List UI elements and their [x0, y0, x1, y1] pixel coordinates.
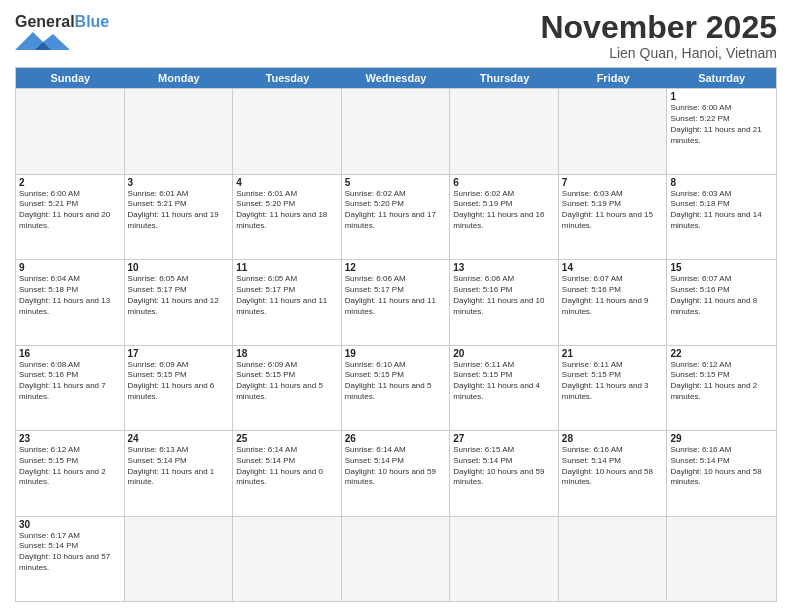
- day-cell-22: 22Sunrise: 6:12 AM Sunset: 5:15 PM Dayli…: [667, 346, 776, 430]
- day-number: 4: [236, 177, 338, 188]
- day-number: 29: [670, 433, 773, 444]
- day-cell-16: 16Sunrise: 6:08 AM Sunset: 5:16 PM Dayli…: [16, 346, 125, 430]
- day-number: 23: [19, 433, 121, 444]
- location: Lien Quan, Hanoi, Vietnam: [540, 45, 777, 61]
- title-block: November 2025 Lien Quan, Hanoi, Vietnam: [540, 10, 777, 61]
- empty-cell: [233, 517, 342, 601]
- day-info: Sunrise: 6:00 AM Sunset: 5:21 PM Dayligh…: [19, 189, 121, 232]
- day-number: 16: [19, 348, 121, 359]
- week-row-3: 9Sunrise: 6:04 AM Sunset: 5:18 PM Daylig…: [16, 259, 776, 344]
- day-cell-25: 25Sunrise: 6:14 AM Sunset: 5:14 PM Dayli…: [233, 431, 342, 515]
- day-number: 24: [128, 433, 230, 444]
- week-row-5: 23Sunrise: 6:12 AM Sunset: 5:15 PM Dayli…: [16, 430, 776, 515]
- day-info: Sunrise: 6:00 AM Sunset: 5:22 PM Dayligh…: [670, 103, 773, 146]
- day-cell-24: 24Sunrise: 6:13 AM Sunset: 5:14 PM Dayli…: [125, 431, 234, 515]
- day-info: Sunrise: 6:05 AM Sunset: 5:17 PM Dayligh…: [236, 274, 338, 317]
- empty-cell: [342, 89, 451, 173]
- day-info: Sunrise: 6:11 AM Sunset: 5:15 PM Dayligh…: [562, 360, 664, 403]
- empty-cell: [559, 89, 668, 173]
- day-number: 22: [670, 348, 773, 359]
- day-cell-18: 18Sunrise: 6:09 AM Sunset: 5:15 PM Dayli…: [233, 346, 342, 430]
- day-info: Sunrise: 6:01 AM Sunset: 5:21 PM Dayligh…: [128, 189, 230, 232]
- weekday-monday: Monday: [125, 68, 234, 88]
- day-number: 20: [453, 348, 555, 359]
- day-cell-21: 21Sunrise: 6:11 AM Sunset: 5:15 PM Dayli…: [559, 346, 668, 430]
- day-number: 13: [453, 262, 555, 273]
- day-cell-26: 26Sunrise: 6:14 AM Sunset: 5:14 PM Dayli…: [342, 431, 451, 515]
- empty-cell: [450, 517, 559, 601]
- weekday-thursday: Thursday: [450, 68, 559, 88]
- day-info: Sunrise: 6:10 AM Sunset: 5:15 PM Dayligh…: [345, 360, 447, 403]
- day-number: 19: [345, 348, 447, 359]
- day-number: 10: [128, 262, 230, 273]
- day-cell-17: 17Sunrise: 6:09 AM Sunset: 5:15 PM Dayli…: [125, 346, 234, 430]
- weekday-sunday: Sunday: [16, 68, 125, 88]
- day-info: Sunrise: 6:02 AM Sunset: 5:19 PM Dayligh…: [453, 189, 555, 232]
- day-info: Sunrise: 6:01 AM Sunset: 5:20 PM Dayligh…: [236, 189, 338, 232]
- day-cell-5: 5Sunrise: 6:02 AM Sunset: 5:20 PM Daylig…: [342, 175, 451, 259]
- day-info: Sunrise: 6:16 AM Sunset: 5:14 PM Dayligh…: [670, 445, 773, 488]
- day-number: 15: [670, 262, 773, 273]
- day-cell-30: 30Sunrise: 6:17 AM Sunset: 5:14 PM Dayli…: [16, 517, 125, 601]
- empty-cell: [559, 517, 668, 601]
- day-number: 17: [128, 348, 230, 359]
- logo-blue: Blue: [75, 13, 110, 30]
- day-cell-4: 4Sunrise: 6:01 AM Sunset: 5:20 PM Daylig…: [233, 175, 342, 259]
- empty-cell: [342, 517, 451, 601]
- day-number: 3: [128, 177, 230, 188]
- day-cell-15: 15Sunrise: 6:07 AM Sunset: 5:16 PM Dayli…: [667, 260, 776, 344]
- calendar-body: 1Sunrise: 6:00 AM Sunset: 5:22 PM Daylig…: [16, 88, 776, 601]
- empty-cell: [16, 89, 125, 173]
- day-number: 18: [236, 348, 338, 359]
- day-cell-1: 1Sunrise: 6:00 AM Sunset: 5:22 PM Daylig…: [667, 89, 776, 173]
- day-number: 2: [19, 177, 121, 188]
- day-number: 28: [562, 433, 664, 444]
- day-cell-8: 8Sunrise: 6:03 AM Sunset: 5:18 PM Daylig…: [667, 175, 776, 259]
- logo: GeneralBlue: [15, 14, 109, 54]
- day-info: Sunrise: 6:08 AM Sunset: 5:16 PM Dayligh…: [19, 360, 121, 403]
- day-number: 30: [19, 519, 121, 530]
- day-info: Sunrise: 6:06 AM Sunset: 5:16 PM Dayligh…: [453, 274, 555, 317]
- day-info: Sunrise: 6:09 AM Sunset: 5:15 PM Dayligh…: [236, 360, 338, 403]
- day-cell-20: 20Sunrise: 6:11 AM Sunset: 5:15 PM Dayli…: [450, 346, 559, 430]
- day-cell-23: 23Sunrise: 6:12 AM Sunset: 5:15 PM Dayli…: [16, 431, 125, 515]
- header: GeneralBlue November 2025 Lien Quan, Han…: [15, 10, 777, 61]
- day-info: Sunrise: 6:13 AM Sunset: 5:14 PM Dayligh…: [128, 445, 230, 488]
- day-info: Sunrise: 6:14 AM Sunset: 5:14 PM Dayligh…: [345, 445, 447, 488]
- week-row-4: 16Sunrise: 6:08 AM Sunset: 5:16 PM Dayli…: [16, 345, 776, 430]
- week-row-1: 1Sunrise: 6:00 AM Sunset: 5:22 PM Daylig…: [16, 88, 776, 173]
- logo-icon: [15, 32, 70, 50]
- day-cell-11: 11Sunrise: 6:05 AM Sunset: 5:17 PM Dayli…: [233, 260, 342, 344]
- day-cell-27: 27Sunrise: 6:15 AM Sunset: 5:14 PM Dayli…: [450, 431, 559, 515]
- day-number: 14: [562, 262, 664, 273]
- day-number: 26: [345, 433, 447, 444]
- page: GeneralBlue November 2025 Lien Quan, Han…: [0, 0, 792, 612]
- day-info: Sunrise: 6:12 AM Sunset: 5:15 PM Dayligh…: [670, 360, 773, 403]
- calendar-header: SundayMondayTuesdayWednesdayThursdayFrid…: [16, 68, 776, 88]
- day-number: 9: [19, 262, 121, 273]
- day-cell-7: 7Sunrise: 6:03 AM Sunset: 5:19 PM Daylig…: [559, 175, 668, 259]
- weekday-friday: Friday: [559, 68, 668, 88]
- day-info: Sunrise: 6:14 AM Sunset: 5:14 PM Dayligh…: [236, 445, 338, 488]
- day-number: 1: [670, 91, 773, 102]
- day-number: 27: [453, 433, 555, 444]
- day-cell-3: 3Sunrise: 6:01 AM Sunset: 5:21 PM Daylig…: [125, 175, 234, 259]
- empty-cell: [125, 89, 234, 173]
- week-row-6: 30Sunrise: 6:17 AM Sunset: 5:14 PM Dayli…: [16, 516, 776, 601]
- day-cell-13: 13Sunrise: 6:06 AM Sunset: 5:16 PM Dayli…: [450, 260, 559, 344]
- empty-cell: [233, 89, 342, 173]
- day-number: 7: [562, 177, 664, 188]
- day-cell-12: 12Sunrise: 6:06 AM Sunset: 5:17 PM Dayli…: [342, 260, 451, 344]
- calendar: SundayMondayTuesdayWednesdayThursdayFrid…: [15, 67, 777, 602]
- weekday-tuesday: Tuesday: [233, 68, 342, 88]
- day-number: 25: [236, 433, 338, 444]
- day-info: Sunrise: 6:02 AM Sunset: 5:20 PM Dayligh…: [345, 189, 447, 232]
- day-info: Sunrise: 6:16 AM Sunset: 5:14 PM Dayligh…: [562, 445, 664, 488]
- day-cell-9: 9Sunrise: 6:04 AM Sunset: 5:18 PM Daylig…: [16, 260, 125, 344]
- day-info: Sunrise: 6:17 AM Sunset: 5:14 PM Dayligh…: [19, 531, 121, 574]
- day-cell-2: 2Sunrise: 6:00 AM Sunset: 5:21 PM Daylig…: [16, 175, 125, 259]
- day-number: 11: [236, 262, 338, 273]
- day-number: 5: [345, 177, 447, 188]
- day-number: 21: [562, 348, 664, 359]
- day-info: Sunrise: 6:04 AM Sunset: 5:18 PM Dayligh…: [19, 274, 121, 317]
